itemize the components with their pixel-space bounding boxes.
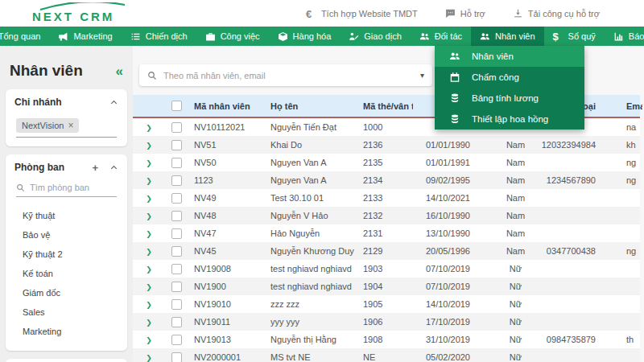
dropdown-item-payroll[interactable]: Bảng tính lương	[435, 88, 584, 109]
expand-row-icon[interactable]: ❯	[146, 142, 152, 150]
nav-item-cashbook[interactable]: $Sổ quỹ	[544, 27, 605, 46]
nav-item-label: Sổ quỹ	[568, 31, 596, 41]
department-item[interactable]: Kỹ thuật	[16, 207, 117, 224]
nav-item-products[interactable]: Hàng hóa	[269, 27, 341, 46]
cell-card: 1908	[357, 335, 413, 344]
department-item[interactable]: Giám đốc	[16, 284, 117, 302]
expand-row-icon[interactable]: ❯	[146, 230, 152, 238]
nav-item-transactions[interactable]: Giao dịch	[340, 27, 410, 46]
search-icon	[16, 183, 25, 192]
column-header-card[interactable]: Mã thẻ/vân tay	[357, 101, 413, 111]
cell-code: 1123	[188, 175, 264, 185]
nav-item-partners[interactable]: Đối tác	[411, 27, 471, 46]
column-header-email[interactable]: Email	[610, 101, 642, 111]
expand-row-icon[interactable]: ❯	[146, 301, 152, 309]
cell-dob: 01/01/1990	[413, 140, 473, 150]
department-item[interactable]: Sales	[16, 303, 117, 321]
row-checkbox[interactable]	[171, 211, 182, 221]
column-header-code[interactable]: Mã nhân viên	[188, 101, 264, 111]
download-tools-link[interactable]: Tải công cụ hỗ trợ	[513, 8, 600, 19]
chevron-up-icon[interactable]	[109, 98, 118, 107]
nav-item-label: Hàng hóa	[293, 31, 332, 41]
dropdown-item-commission[interactable]: Thiết lập hoa hồng	[435, 109, 584, 130]
add-department-icon[interactable]: +	[92, 162, 98, 173]
expand-row-icon[interactable]: ❯	[146, 319, 152, 327]
row-checkbox[interactable]	[171, 193, 182, 204]
megaphone-icon	[58, 31, 68, 42]
employee-search-input[interactable]	[163, 71, 414, 80]
cell-card: 2135	[357, 158, 413, 167]
nextcrm-app: NEXT CRM €Tích hợp Website TMDTHỗ trợTải…	[0, 0, 644, 362]
expand-row-icon[interactable]: ❯	[146, 248, 152, 256]
cell-dob: 14/10/2019	[413, 299, 473, 309]
department-item[interactable]: Kế toán	[16, 265, 117, 282]
nav-item-marketing[interactable]: Marketing	[49, 27, 121, 46]
column-header-name[interactable]: Họ tên	[264, 101, 357, 111]
cell-name: zzz zzz	[264, 299, 357, 309]
expand-row-icon[interactable]: ❯	[146, 212, 152, 220]
row-checkbox[interactable]	[171, 158, 182, 168]
expand-row-icon[interactable]: ❯	[146, 336, 152, 344]
row-checkbox[interactable]	[171, 317, 182, 327]
expand-row-icon[interactable]: ❯	[146, 283, 152, 291]
remove-branch-tag-icon[interactable]: ×	[68, 121, 73, 130]
topbar-links: €Tích hợp Website TMDTHỗ trợTải công cụ …	[306, 8, 600, 19]
department-item[interactable]: Marketing	[16, 323, 117, 340]
logo-swoosh-icon	[39, 2, 127, 10]
row-checkbox[interactable]	[171, 246, 182, 257]
select-all-checkbox[interactable]	[171, 101, 182, 111]
row-checkbox[interactable]	[171, 299, 182, 310]
department-search-input[interactable]	[30, 183, 117, 192]
cell-name: test nghiavd nghiavd	[264, 282, 357, 291]
cell-name: Nguyen Van A	[264, 158, 357, 167]
nav-item-overview[interactable]: Tổng quan	[0, 27, 49, 46]
nav-item-reports[interactable]: Báo cáo	[605, 27, 644, 46]
row-checkbox[interactable]	[171, 352, 182, 362]
expand-row-icon[interactable]: ❯	[146, 195, 152, 203]
employees-dropdown-menu: Nhân viênChấm côngBảng tính lươngThiết l…	[435, 46, 584, 130]
cell-dob: 14/10/2021	[413, 193, 473, 203]
cell-name: test nghiavd nghiavd	[264, 264, 357, 274]
search-icon	[147, 71, 157, 80]
row-checkbox[interactable]	[171, 264, 182, 274]
row-checkbox[interactable]	[171, 282, 182, 292]
department-item[interactable]: Kỹ thuật 2	[16, 245, 117, 263]
app-logo[interactable]: NEXT CRM	[32, 3, 114, 23]
euro-icon: €	[306, 8, 316, 19]
department-item[interactable]: Bảo vệ	[16, 226, 117, 244]
cell-gender: Nam	[473, 140, 534, 150]
row-checkbox[interactable]	[171, 122, 182, 133]
cell-name: yyy yyy	[264, 317, 357, 327]
cell-code: NV10112021	[188, 122, 264, 132]
nav-item-label: Báo cáo	[629, 31, 644, 41]
table-row: ❯NV49Test 30.10 01213314/10/2021Nam	[133, 189, 640, 207]
nav-item-campaigns[interactable]: Chiến dịch	[122, 27, 196, 46]
nav-item-employees[interactable]: Nhân viên	[471, 27, 544, 46]
row-checkbox[interactable]	[171, 140, 182, 150]
dropdown-item-employees[interactable]: Nhân viên	[435, 46, 584, 67]
chevron-up-icon[interactable]	[109, 163, 118, 172]
dropdown-item-label: Nhân viên	[472, 51, 514, 61]
dropdown-item-timekeeping[interactable]: Chấm công	[435, 67, 584, 88]
cell-gender: Nữ	[473, 335, 534, 344]
ecommerce-integration-link[interactable]: €Tích hợp Website TMDT	[306, 8, 418, 19]
expand-row-icon[interactable]: ❯	[146, 124, 152, 132]
branch-select[interactable]: NextVision ×	[16, 117, 117, 138]
table-row: ❯NV19013Nguyễn thị Hằng190831/10/2019Nữ0…	[133, 331, 640, 348]
expand-row-icon[interactable]: ❯	[146, 159, 152, 167]
expand-row-icon[interactable]: ❯	[146, 354, 152, 362]
row-checkbox[interactable]	[171, 175, 182, 186]
collapse-sidebar-button[interactable]: «	[116, 64, 123, 78]
expand-row-icon[interactable]: ❯	[146, 265, 152, 274]
expand-row-icon[interactable]: ❯	[146, 177, 152, 185]
row-checkbox[interactable]	[171, 228, 182, 239]
table-row: ❯NV50Nguyen Van A213501/01/1991Namng	[133, 154, 640, 171]
nav-item-tasks[interactable]: Công việc	[196, 27, 269, 46]
cell-code: NV51	[188, 140, 264, 150]
support-link[interactable]: Hỗ trợ	[445, 8, 485, 19]
cell-phone: 1234567890	[534, 175, 610, 185]
department-filter-card: Phòng ban + Kỹ thuậtBảo vệKỹ thuật 2Kế t…	[6, 154, 127, 351]
cell-name: Nguyen Van A	[264, 175, 357, 185]
caret-down-icon[interactable]: ▾	[420, 71, 424, 80]
row-checkbox[interactable]	[171, 335, 182, 345]
